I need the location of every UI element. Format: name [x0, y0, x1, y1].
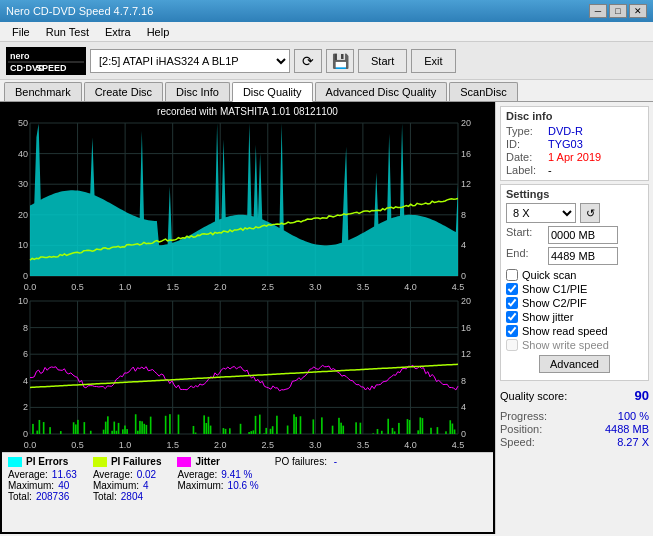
- minimize-button[interactable]: ─: [589, 4, 607, 18]
- show-read-row: Show read speed: [506, 325, 643, 337]
- progress-row: Progress: 100 %: [500, 410, 649, 422]
- toolbar-save-icon[interactable]: 💾: [326, 49, 354, 73]
- bottom-chart-wrapper: [2, 297, 493, 452]
- toolbar-reload-icon[interactable]: ⟳: [294, 49, 322, 73]
- exit-button[interactable]: Exit: [411, 49, 455, 73]
- end-label: End:: [506, 247, 544, 265]
- show-jitter-row: Show jitter: [506, 311, 643, 323]
- pi-errors-total-val: 208736: [36, 491, 69, 502]
- tab-disc-quality[interactable]: Disc Quality: [232, 82, 313, 102]
- show-write-row: Show write speed: [506, 339, 643, 351]
- po-failures-stat: PO failures: -: [275, 456, 337, 529]
- top-chart: [2, 119, 486, 294]
- position-row: Position: 4488 MB: [500, 423, 649, 435]
- disc-type-val: DVD-R: [548, 125, 583, 137]
- pi-errors-total-key: Total:: [8, 491, 32, 502]
- drive-selector[interactable]: [2:5] ATAPI iHAS324 A BL1P: [90, 49, 290, 73]
- settings-refresh-icon[interactable]: ↺: [580, 203, 600, 223]
- position-val: 4488 MB: [605, 423, 649, 435]
- po-failures-val: -: [334, 456, 337, 467]
- quick-scan-row: Quick scan: [506, 269, 643, 281]
- tab-benchmark[interactable]: Benchmark: [4, 82, 82, 101]
- jitter-max-key: Maximum:: [177, 480, 223, 491]
- show-c2-checkbox[interactable]: [506, 297, 518, 309]
- end-row: End:: [506, 247, 643, 265]
- settings-title: Settings: [506, 188, 643, 200]
- disc-date-key: Date:: [506, 151, 544, 163]
- menu-help[interactable]: Help: [139, 24, 178, 40]
- pi-failures-total-val: 2804: [121, 491, 143, 502]
- disc-type-key: Type:: [506, 125, 544, 137]
- pi-errors-max-key: Maximum:: [8, 480, 54, 491]
- pi-failures-avg-val: 0.02: [137, 469, 156, 480]
- show-jitter-checkbox[interactable]: [506, 311, 518, 323]
- pi-failures-stat: PI Failures Average: 0.02 Maximum: 4 Tot…: [93, 456, 162, 529]
- stats-row: PI Errors Average: 11.63 Maximum: 40 Tot…: [2, 452, 493, 532]
- start-button[interactable]: Start: [358, 49, 407, 73]
- pi-failures-label: PI Failures: [111, 456, 162, 467]
- chart-title: recorded with MATSHITA 1.01 08121100: [2, 104, 493, 119]
- progress-val: 100 %: [618, 410, 649, 422]
- bottom-chart: [2, 297, 486, 452]
- progress-section: Progress: 100 % Position: 4488 MB Speed:…: [500, 410, 649, 449]
- settings-section: Settings 8 X 4 X 12 X 16 X ↺ Start: End:: [500, 184, 649, 381]
- po-failures-label: PO failures:: [275, 456, 327, 467]
- menu-extra[interactable]: Extra: [97, 24, 139, 40]
- show-jitter-label: Show jitter: [522, 311, 573, 323]
- disc-id-row: ID: TYG03: [506, 138, 643, 150]
- show-c2-label: Show C2/PIF: [522, 297, 587, 309]
- disc-info-section: Disc info Type: DVD-R ID: TYG03 Date: 1 …: [500, 106, 649, 181]
- pi-failures-total-key: Total:: [93, 491, 117, 502]
- tab-advanced-disc-quality[interactable]: Advanced Disc Quality: [315, 82, 448, 101]
- top-chart-wrapper: [2, 119, 493, 297]
- jitter-avg-key: Average:: [177, 469, 217, 480]
- speed-selector[interactable]: 8 X 4 X 12 X 16 X: [506, 203, 576, 223]
- jitter-color: [177, 457, 191, 467]
- show-read-checkbox[interactable]: [506, 325, 518, 337]
- speed-row: 8 X 4 X 12 X 16 X ↺: [506, 203, 643, 223]
- quality-score-label: Quality score:: [500, 390, 567, 402]
- speed-row-stat: Speed: 8.27 X: [500, 436, 649, 448]
- tab-scandisc[interactable]: ScanDisc: [449, 82, 517, 101]
- show-write-label: Show write speed: [522, 339, 609, 351]
- show-c2-row: Show C2/PIF: [506, 297, 643, 309]
- menu-run-test[interactable]: Run Test: [38, 24, 97, 40]
- show-c1-row: Show C1/PIE: [506, 283, 643, 295]
- show-read-label: Show read speed: [522, 325, 608, 337]
- advanced-button[interactable]: Advanced: [539, 355, 610, 373]
- nero-logo: nero CD·DVD SPEED: [6, 47, 86, 75]
- start-label: Start:: [506, 226, 544, 244]
- pi-errors-stat: PI Errors Average: 11.63 Maximum: 40 Tot…: [8, 456, 77, 529]
- svg-text:SPEED: SPEED: [36, 63, 67, 73]
- main-content: recorded with MATSHITA 1.01 08121100 PI …: [0, 102, 653, 534]
- maximize-button[interactable]: □: [609, 4, 627, 18]
- pi-errors-color: [8, 457, 22, 467]
- titlebar-controls: ─ □ ✕: [589, 4, 647, 18]
- disc-label-row: Label: -: [506, 164, 643, 176]
- pi-errors-max-val: 40: [58, 480, 69, 491]
- disc-id-key: ID:: [506, 138, 544, 150]
- pi-failures-max-key: Maximum:: [93, 480, 139, 491]
- titlebar: Nero CD-DVD Speed 4.7.7.16 ─ □ ✕: [0, 0, 653, 22]
- speed-val: 8.27 X: [617, 436, 649, 448]
- quality-score-value: 90: [635, 388, 649, 403]
- disc-date-val: 1 Apr 2019: [548, 151, 601, 163]
- tab-create-disc[interactable]: Create Disc: [84, 82, 163, 101]
- speed-key: Speed:: [500, 436, 535, 448]
- end-input[interactable]: [548, 247, 618, 265]
- right-panel: Disc info Type: DVD-R ID: TYG03 Date: 1 …: [495, 102, 653, 534]
- chart-area: recorded with MATSHITA 1.01 08121100 PI …: [0, 102, 495, 534]
- jitter-avg-val: 9.41 %: [221, 469, 252, 480]
- tab-disc-info[interactable]: Disc Info: [165, 82, 230, 101]
- show-c1-label: Show C1/PIE: [522, 283, 587, 295]
- pi-errors-avg-key: Average:: [8, 469, 48, 480]
- show-c1-checkbox[interactable]: [506, 283, 518, 295]
- start-input[interactable]: [548, 226, 618, 244]
- show-write-checkbox: [506, 339, 518, 351]
- start-row: Start:: [506, 226, 643, 244]
- close-button[interactable]: ✕: [629, 4, 647, 18]
- quick-scan-checkbox[interactable]: [506, 269, 518, 281]
- position-key: Position:: [500, 423, 542, 435]
- pi-errors-label: PI Errors: [26, 456, 68, 467]
- menu-file[interactable]: File: [4, 24, 38, 40]
